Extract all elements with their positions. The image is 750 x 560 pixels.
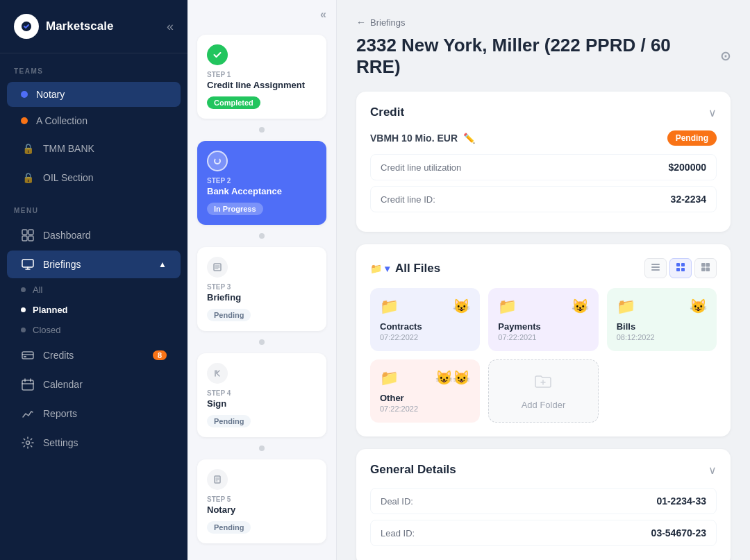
bills-emoji: 😺 <box>690 298 707 314</box>
svg-rect-14 <box>676 263 680 266</box>
step4-title: Sign <box>207 398 317 409</box>
step3-label: STEP 3 <box>207 283 317 291</box>
step-card-1[interactable]: STEP 1 Credit line Assignment Completed <box>197 35 326 119</box>
submenu-label: Planned <box>33 305 68 315</box>
svg-rect-4 <box>22 260 33 267</box>
list-view-button[interactable] <box>644 258 667 278</box>
svg-rect-18 <box>701 263 706 267</box>
submenu-dot <box>21 307 26 312</box>
sidebar-item-label: Notary <box>36 89 65 100</box>
credit-card: Credit ∨ VBMH 10 Mio. EUR ✏️ Pending Cre… <box>356 92 731 232</box>
lock-icon: 🔒 <box>21 171 35 185</box>
sidebar-item-briefings[interactable]: Briefings ▲ <box>7 251 181 278</box>
sidebar-item-label: Calendar <box>43 379 83 390</box>
credit-id-value: 32-2234 <box>671 194 706 205</box>
chevron-up-icon: ▲ <box>158 260 167 269</box>
files-section-title: All Files <box>395 262 440 275</box>
svg-rect-19 <box>706 263 710 267</box>
file-card-payments[interactable]: 📁 😺 Payments 07:22:2021 <box>488 288 598 351</box>
sidebar-item-reports[interactable]: Reports <box>7 400 181 427</box>
sidebar-item-settings[interactable]: Settings <box>7 429 181 457</box>
sidebar-header: Marketscale « <box>0 0 188 53</box>
bills-folder-icon: 📁 <box>617 298 635 316</box>
svg-point-8 <box>26 441 30 445</box>
svg-rect-1 <box>28 230 33 235</box>
logo-icon <box>14 14 39 39</box>
grid-view-button[interactable] <box>669 258 692 278</box>
general-details-card: General Details ∨ Deal ID: 01-2234-33 Le… <box>356 449 731 560</box>
details-row-lead: Lead ID: 03-54670-23 <box>370 520 717 546</box>
bills-name: Bills <box>617 321 707 332</box>
other-folder-icon: 📁 <box>380 369 399 387</box>
details-row-deal: Deal ID: 01-2234-33 <box>370 488 717 514</box>
calendar-icon <box>21 377 35 391</box>
breadcrumb-arrow-icon: ← <box>356 17 366 28</box>
step-card-2[interactable]: STEP 2 Bank Acceptance In Progress <box>197 141 326 225</box>
step2-label: STEP 2 <box>207 177 317 185</box>
sidebar-item-tmm-bank[interactable]: 🔒 TMM BANK <box>7 135 181 162</box>
other-name: Other <box>380 393 470 403</box>
contracts-date: 07:22:2022 <box>380 333 470 341</box>
step2-title: Bank Acceptance <box>207 186 317 196</box>
step-card-3[interactable]: STEP 3 Briefing Pending <box>197 247 326 331</box>
a-collection-dot-icon <box>21 117 28 124</box>
sidebar-item-oil-section[interactable]: 🔒 OIL Section <box>7 164 181 192</box>
app-name: Marketscale <box>46 19 113 33</box>
step3-badge: Pending <box>207 309 251 321</box>
submenu-item-planned[interactable]: Planned <box>7 300 181 320</box>
svg-rect-16 <box>676 268 680 271</box>
add-folder-label: Add Folder <box>522 400 566 410</box>
teams-label: TEAMS <box>0 53 188 80</box>
sidebar-item-label: Reports <box>43 408 77 419</box>
step5-badge: Pending <box>207 521 251 534</box>
step1-label: STEP 1 <box>207 71 317 78</box>
payments-folder-icon: 📁 <box>498 298 517 316</box>
large-grid-view-button[interactable] <box>694 258 717 278</box>
creditcard-icon <box>21 348 35 362</box>
credit-toggle-button[interactable]: ∨ <box>708 106 717 119</box>
grid-icon <box>21 228 35 242</box>
file-card-other[interactable]: 📁 😺😺 Other 07:22:2022 <box>370 359 480 423</box>
file-card-bills[interactable]: 📁 😺 Bills 08:12:2022 <box>607 288 717 351</box>
breadcrumb[interactable]: ← Briefings <box>356 17 731 28</box>
sidebar-item-a-collection[interactable]: A Collection <box>7 108 181 133</box>
svg-rect-7 <box>22 380 33 390</box>
svg-rect-5 <box>22 352 33 359</box>
deal-id-label: Deal ID: <box>381 496 656 507</box>
step-card-4[interactable]: STEP 4 Sign Pending <box>197 353 326 437</box>
add-folder-card[interactable]: Add Folder <box>488 359 598 423</box>
svg-rect-12 <box>651 266 660 268</box>
submenu-item-all[interactable]: All <box>7 280 181 300</box>
svg-rect-11 <box>651 264 660 265</box>
general-details-toggle-button[interactable]: ∨ <box>708 464 717 477</box>
step-card-5[interactable]: STEP 5 Notary Pending <box>197 459 326 543</box>
sidebar-collapse-button[interactable]: « <box>167 19 174 34</box>
edit-icon[interactable]: ✏️ <box>463 133 475 144</box>
file-card-contracts[interactable]: 📁 😺 Contracts 07:22:2022 <box>370 288 480 351</box>
sidebar-item-dashboard[interactable]: Dashboard <box>7 221 181 249</box>
svg-rect-15 <box>681 263 685 266</box>
folder-filter-button[interactable]: 📁 ▾ <box>370 263 390 274</box>
panel-collapse-button[interactable]: « <box>320 8 326 21</box>
add-folder-icon <box>533 372 553 396</box>
sidebar-item-label: Settings <box>43 437 78 448</box>
svg-rect-6 <box>24 356 26 357</box>
sidebar-item-notary[interactable]: Notary <box>7 82 181 107</box>
other-emoji: 😺😺 <box>435 369 470 386</box>
chart-icon <box>21 407 35 421</box>
svg-rect-0 <box>22 230 27 235</box>
step4-label: STEP 4 <box>207 389 317 397</box>
contracts-emoji: 😺 <box>453 298 470 314</box>
sidebar-item-label: Dashboard <box>43 230 91 241</box>
share-icon[interactable]: ⊙ <box>720 49 731 64</box>
step3-title: Briefing <box>207 292 317 303</box>
svg-rect-17 <box>681 268 685 271</box>
credit-row-utilization: Credit line utilization $200000 <box>370 154 717 180</box>
credit-pending-badge: Pending <box>667 130 717 146</box>
step2-progress-icon <box>207 151 228 171</box>
credit-utilization-label: Credit line utilization <box>381 162 668 173</box>
sidebar-item-calendar[interactable]: Calendar <box>7 371 181 398</box>
sidebar-item-credits[interactable]: Credits 8 <box>7 341 181 369</box>
submenu-item-closed[interactable]: Closed <box>7 320 181 340</box>
briefings-submenu: All Planned Closed <box>0 280 188 340</box>
